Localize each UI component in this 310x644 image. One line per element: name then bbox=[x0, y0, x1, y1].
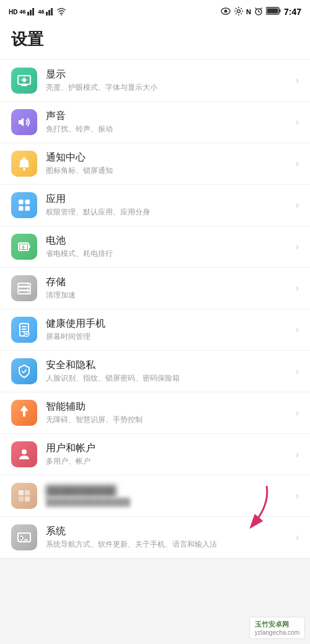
security-text: 安全和隐私 人脸识别、指纹、锁屏密码、密码保险箱 bbox=[46, 359, 291, 384]
page-title: 设置 bbox=[11, 29, 299, 50]
display-text: 显示 亮度、护眼模式、字体与显示大小 bbox=[46, 68, 291, 93]
settings-item-notification[interactable]: 通知中心 图标角标、锁屏通知 › bbox=[0, 143, 310, 185]
user-icon bbox=[17, 447, 32, 462]
watermark-line1: 玉竹安卓网 bbox=[255, 620, 299, 629]
svg-rect-2 bbox=[32, 8, 34, 15]
svg-rect-35 bbox=[19, 490, 24, 495]
settings-item-display[interactable]: 显示 亮度、护眼模式、字体与显示大小 › bbox=[0, 60, 310, 102]
settings-item-sound[interactable]: 声音 免打扰、铃声、振动 › bbox=[0, 102, 310, 143]
notification-icon bbox=[17, 156, 32, 171]
status-right: N 7:47 bbox=[220, 7, 301, 17]
svg-rect-23 bbox=[29, 245, 30, 249]
settings-item-system[interactable]: 系统 系统导航方式、软件更新、关于手机、语言和输入法 › bbox=[0, 517, 310, 558]
nfc-icon: N bbox=[246, 8, 251, 15]
system-icon-wrap bbox=[11, 524, 37, 550]
battery-text: 电池 省电模式、耗电排行 bbox=[46, 234, 291, 259]
sound-icon bbox=[17, 115, 32, 130]
svg-rect-18 bbox=[19, 200, 24, 205]
svg-point-6 bbox=[61, 14, 62, 15]
watermark-line2: yzlangecha.com bbox=[255, 629, 299, 636]
display-icon bbox=[17, 73, 32, 88]
security-icon-wrap bbox=[11, 358, 37, 384]
svg-point-30 bbox=[27, 292, 29, 293]
svg-rect-5 bbox=[51, 8, 53, 15]
apps-chevron: › bbox=[296, 200, 299, 211]
blurred-icon bbox=[17, 488, 32, 503]
system-icon bbox=[17, 530, 32, 545]
health-icon bbox=[17, 322, 32, 337]
user-text: 用户和帐户 多用户、帐户 bbox=[46, 442, 291, 467]
hd-label: HD bbox=[9, 9, 17, 15]
settings-item-security[interactable]: 安全和隐私 人脸识别、指纹、锁屏密码、密码保险箱 › bbox=[0, 351, 310, 392]
blurred-icon-wrap bbox=[11, 483, 37, 509]
health-icon-wrap bbox=[11, 317, 37, 343]
signal-bars: 46 bbox=[19, 9, 25, 15]
battery-chevron: › bbox=[296, 241, 299, 252]
settings-item-storage[interactable]: 存储 清理加速 › bbox=[0, 268, 310, 309]
svg-rect-36 bbox=[25, 490, 30, 495]
settings-gear-icon bbox=[234, 7, 243, 17]
svg-rect-1 bbox=[30, 10, 32, 15]
security-chevron: › bbox=[296, 366, 299, 377]
svg-rect-21 bbox=[25, 206, 30, 211]
settings-list: 显示 亮度、护眼模式、字体与显示大小 › 声音 免打扰、铃声、振动 › bbox=[0, 60, 310, 558]
svg-point-28 bbox=[27, 285, 29, 286]
assist-icon bbox=[17, 405, 32, 420]
storage-text: 存储 清理加速 bbox=[46, 276, 291, 301]
settings-item-health[interactable]: 健康使用手机 屏幕时间管理 › bbox=[0, 309, 310, 351]
user-chevron: › bbox=[296, 449, 299, 460]
sound-chevron: › bbox=[296, 117, 299, 128]
battery-icon-wrap bbox=[11, 234, 37, 260]
assist-chevron: › bbox=[296, 407, 299, 418]
user-icon-wrap bbox=[11, 441, 37, 467]
wifi-icon bbox=[56, 7, 66, 17]
svg-rect-3 bbox=[46, 12, 48, 15]
blurred-chevron: › bbox=[296, 490, 299, 501]
svg-rect-12 bbox=[279, 9, 280, 12]
svg-rect-4 bbox=[48, 10, 50, 15]
display-icon-wrap bbox=[11, 68, 37, 94]
system-text: 系统 系统导航方式、软件更新、关于手机、语言和输入法 bbox=[46, 525, 291, 550]
notification-icon-wrap bbox=[11, 151, 37, 177]
blurred-text-area: ██████████ ████████████████ bbox=[46, 485, 291, 506]
notification-chevron: › bbox=[296, 158, 299, 169]
assist-text: 智能辅助 无障碍、智慧识屏、手势控制 bbox=[46, 400, 291, 425]
status-left: HD 46 46 bbox=[9, 7, 66, 17]
svg-rect-13 bbox=[267, 9, 278, 14]
svg-rect-39 bbox=[18, 533, 30, 542]
svg-rect-38 bbox=[25, 496, 30, 501]
storage-chevron: › bbox=[296, 283, 299, 294]
notification-text: 通知中心 图标角标、锁屏通知 bbox=[46, 151, 291, 176]
apps-icon bbox=[17, 198, 32, 213]
apps-text: 应用 权限管理、默认应用、应用分身 bbox=[46, 193, 291, 218]
settings-item-apps[interactable]: 应用 权限管理、默认应用、应用分身 › bbox=[0, 185, 310, 226]
health-chevron: › bbox=[296, 324, 299, 335]
sound-icon-wrap bbox=[11, 109, 37, 135]
sound-text: 声音 免打扰、铃声、振动 bbox=[46, 110, 291, 135]
assist-icon-wrap bbox=[11, 400, 37, 426]
svg-point-33 bbox=[23, 406, 25, 408]
storage-icon bbox=[17, 281, 32, 296]
settings-item-battery[interactable]: 电池 省电模式、耗电排行 › bbox=[0, 226, 310, 268]
svg-rect-19 bbox=[25, 200, 30, 205]
svg-point-17 bbox=[23, 168, 25, 170]
settings-item-blurred[interactable]: ██████████ ████████████████ › bbox=[0, 475, 310, 517]
system-chevron: › bbox=[296, 532, 299, 543]
svg-point-9 bbox=[237, 9, 241, 12]
health-text: 健康使用手机 屏幕时间管理 bbox=[46, 317, 291, 342]
signal2-icon bbox=[46, 7, 55, 17]
status-bar: HD 46 46 N bbox=[0, 0, 310, 22]
settings-item-user[interactable]: 用户和帐户 多用户、帐户 › bbox=[0, 434, 310, 475]
storage-icon-wrap bbox=[11, 275, 37, 301]
svg-rect-37 bbox=[19, 496, 24, 501]
battery-item-icon bbox=[17, 239, 32, 254]
battery-status-icon bbox=[266, 7, 281, 17]
eye-icon bbox=[220, 7, 231, 17]
svg-point-29 bbox=[27, 288, 29, 289]
display-chevron: › bbox=[296, 75, 299, 86]
signal-icon bbox=[27, 7, 36, 17]
svg-rect-0 bbox=[27, 12, 29, 15]
settings-item-assist[interactable]: 智能辅助 无障碍、智慧识屏、手势控制 › bbox=[0, 392, 310, 434]
svg-rect-16 bbox=[19, 166, 29, 167]
svg-point-34 bbox=[22, 449, 27, 454]
